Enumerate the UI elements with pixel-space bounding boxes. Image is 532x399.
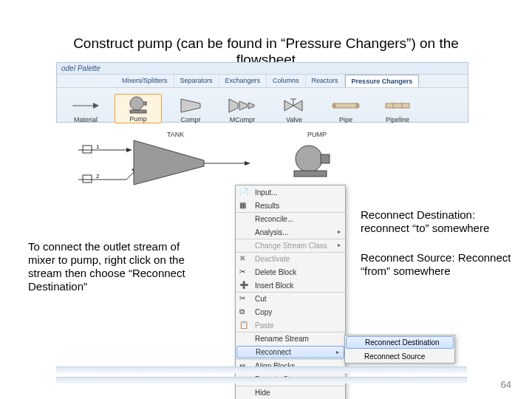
menu-item-label: Hide xyxy=(255,389,270,397)
x-icon: ✖ xyxy=(239,254,250,265)
palette-item-pipe[interactable]: Pipe xyxy=(323,95,369,123)
svg-rect-4 xyxy=(143,101,147,106)
doc-icon: 📄 xyxy=(239,188,250,198)
palette-item-compr[interactable]: Compr xyxy=(168,95,214,123)
svg-point-14 xyxy=(332,103,335,108)
pump-label: PUMP xyxy=(307,131,327,138)
svg-marker-10 xyxy=(293,100,302,111)
svg-rect-31 xyxy=(321,154,330,163)
submenu-item-reconnect-destination[interactable]: Reconnect Destination xyxy=(346,336,454,349)
svg-rect-25 xyxy=(83,175,92,183)
tab-separators[interactable]: Separators xyxy=(174,75,219,87)
pump-icon xyxy=(122,95,154,115)
menu-item-results[interactable]: ▦Results xyxy=(236,199,345,212)
menu-item-label: Rename Stream xyxy=(255,335,309,343)
menu-item-label: Insert Block xyxy=(255,282,293,290)
menu-item-reconcile-[interactable]: Reconcile... xyxy=(236,212,345,225)
palette-item-pipeline[interactable]: Pipeline xyxy=(375,95,420,123)
svg-marker-9 xyxy=(284,100,293,111)
palette-item-label: MCompr xyxy=(230,116,256,123)
del-icon: ✂ xyxy=(239,267,250,278)
svg-rect-3 xyxy=(130,110,146,113)
palette-item-label: Compr xyxy=(180,116,200,123)
grid-icon: ▦ xyxy=(239,201,250,211)
palette-item-pump[interactable]: Pump xyxy=(115,94,162,123)
model-palette: odel Palette Mixers/Splitters Separators… xyxy=(56,62,468,123)
svg-marker-6 xyxy=(229,99,238,112)
tab-exchangers[interactable]: Exchangers xyxy=(219,75,267,87)
menu-item-label: Paste xyxy=(255,321,274,330)
palette-item-label: Pump xyxy=(129,115,147,123)
svg-marker-8 xyxy=(248,103,254,109)
decorative-bar xyxy=(56,366,467,373)
svg-rect-30 xyxy=(294,171,327,177)
stream1-label: 1 xyxy=(96,143,100,150)
menu-item-label: Delete Block xyxy=(255,268,296,276)
menu-item-label: Deactivate xyxy=(255,255,290,263)
palette-item-label: Material xyxy=(74,116,98,123)
tab-mixers[interactable]: Mixers/Splitters xyxy=(116,75,174,87)
menu-item-label: Cut xyxy=(255,295,267,303)
menu-item-deactivate[interactable]: ✖Deactivate xyxy=(236,252,345,265)
pipe-icon xyxy=(330,95,362,116)
pipeline-icon xyxy=(381,95,414,116)
ins-icon: ➕ xyxy=(239,281,250,291)
submenu-item-reconnect-source[interactable]: Reconnect Source xyxy=(345,349,454,363)
menu-item-label: Results xyxy=(255,202,279,210)
reconnect-submenu: Reconnect DestinationReconnect Source xyxy=(344,335,455,364)
menu-item-hide[interactable]: Hide xyxy=(236,386,345,399)
material-icon xyxy=(69,95,102,116)
svg-point-15 xyxy=(356,103,359,108)
paste-icon: 📋 xyxy=(239,321,250,331)
decorative-bar xyxy=(56,377,467,383)
palette-item-label: Pipeline xyxy=(386,116,409,123)
valve-icon xyxy=(278,95,310,116)
svg-marker-5 xyxy=(181,99,200,112)
palette-item-mcompr[interactable]: MCompr xyxy=(219,95,265,123)
compr-icon xyxy=(174,95,207,116)
svg-marker-7 xyxy=(239,101,247,110)
menu-item-label: Change Stream Class xyxy=(255,242,327,250)
page-number: 64 xyxy=(501,379,511,390)
menu-item-copy[interactable]: ⧉Copy xyxy=(236,305,345,318)
mcompr-icon xyxy=(226,95,259,116)
palette-item-material[interactable]: Material xyxy=(63,95,109,123)
svg-rect-16 xyxy=(386,103,409,108)
svg-point-29 xyxy=(296,146,322,172)
tab-pressure-changers[interactable]: Pressure Changers xyxy=(345,75,420,87)
svg-line-23 xyxy=(126,172,134,180)
svg-marker-1 xyxy=(93,103,99,109)
menu-item-cut[interactable]: ✂Cut xyxy=(236,292,345,305)
menu-item-input-[interactable]: 📄Input... xyxy=(236,185,345,199)
svg-marker-20 xyxy=(126,148,132,152)
tab-reactors[interactable]: Reactors xyxy=(306,75,345,87)
palette-item-label: Pipe xyxy=(339,116,352,123)
menu-item-change-stream-class[interactable]: Change Stream Class xyxy=(236,239,345,252)
caption-left: To connect the outlet stream of mixer to… xyxy=(28,240,198,293)
svg-marker-28 xyxy=(245,161,250,166)
palette-header: odel Palette xyxy=(57,63,468,75)
stream2-label: 2 xyxy=(96,173,100,180)
menu-item-insert-block[interactable]: ➕Insert Block xyxy=(236,279,345,292)
menu-item-analysis-[interactable]: Analysis... xyxy=(236,225,345,239)
menu-item-delete-block[interactable]: ✂Delete Block xyxy=(236,265,345,279)
menu-item-rename-stream[interactable]: Rename Stream xyxy=(236,332,345,345)
menu-item-label: Analysis... xyxy=(255,228,289,236)
palette-tabs: Mixers/Splitters Separators Exchangers C… xyxy=(57,75,468,88)
svg-point-2 xyxy=(130,97,143,110)
svg-rect-21 xyxy=(83,146,92,153)
cut-icon: ✂ xyxy=(239,294,250,304)
menu-item-label: Input... xyxy=(255,188,278,197)
tank-label: TANK xyxy=(167,131,184,138)
caption-reconnect-source: Reconnect Source: Reconnect “from” somew… xyxy=(361,251,516,278)
palette-item-valve[interactable]: Valve xyxy=(271,95,317,123)
svg-rect-13 xyxy=(334,103,358,108)
tab-columns[interactable]: Columns xyxy=(267,75,306,87)
palette-item-label: Valve xyxy=(286,116,302,123)
caption-reconnect-destination: Reconnect Destination: reconnect “to” so… xyxy=(361,208,508,235)
svg-marker-26 xyxy=(134,140,204,185)
menu-item-label: Reconcile... xyxy=(255,215,293,223)
menu-item-label: Copy xyxy=(255,308,272,316)
menu-item-reconnect[interactable]: Reconnect xyxy=(236,346,344,358)
menu-item-paste[interactable]: 📋Paste xyxy=(236,318,345,332)
